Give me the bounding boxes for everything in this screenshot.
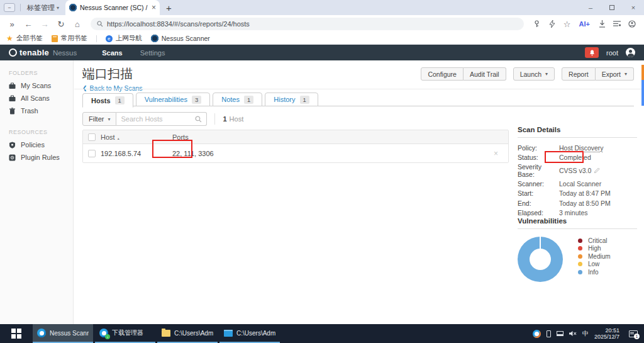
filter-button[interactable]: Filter ▾ [82, 112, 116, 126]
sidebar-section-resources: RESOURCES [0, 126, 73, 138]
lightning-icon[interactable] [545, 20, 559, 28]
nav-scans[interactable]: Scans [102, 49, 122, 57]
host-count-number: 1 [223, 115, 226, 123]
table-header: Host▴ Ports [83, 130, 508, 144]
profile-icon[interactable] [625, 20, 639, 28]
network-icon[interactable] [557, 331, 564, 336]
ai-button[interactable]: AI+ [575, 20, 594, 28]
report-button[interactable]: Report [562, 67, 596, 81]
detail-row-scanner: Scanner: Local Scanner [518, 179, 637, 189]
browser-tab-strip: − 标签管理 ▾ Nessus Scanner (SC) / Folde × +… [0, 0, 644, 15]
close-button[interactable]: × [623, 0, 644, 15]
back-icon[interactable]: ← [21, 20, 35, 29]
column-ports[interactable]: Ports [164, 133, 508, 141]
notification-center-icon[interactable]: 1 [629, 330, 638, 337]
back-link-label: Back to My Scans [90, 84, 143, 92]
home-icon[interactable]: ⌂ [70, 20, 84, 29]
policy-link[interactable]: Host Discovery [559, 144, 604, 152]
reading-list-icon[interactable] [610, 21, 624, 27]
clock-date: 2025/12/7 [594, 334, 619, 340]
sidebar-item-trash[interactable]: Trash [0, 104, 73, 117]
tab-hosts[interactable]: Hosts 1 [82, 93, 133, 108]
tab-close-icon[interactable]: × [152, 3, 156, 12]
star-icon: ★ [6, 34, 13, 43]
column-label: Host [101, 133, 115, 141]
launch-button[interactable]: Launch▾ [513, 67, 555, 81]
taskbar-button-label: C:\Users\Adminis... [174, 330, 213, 337]
folder-icon [162, 330, 170, 337]
taskbar-button-explorer-2[interactable]: C:\Users\Adminis... [219, 324, 280, 343]
forward-icon[interactable]: → [38, 20, 52, 29]
new-tab-button[interactable]: + [160, 3, 178, 13]
detail-row-elapsed: Elapsed: 3 minutes [518, 208, 637, 217]
taskbar-button-nessus[interactable]: Nessus Scanner (... [33, 324, 93, 343]
toolbar-overflow-icon[interactable]: » [5, 20, 19, 29]
tab-history[interactable]: History 1 [265, 93, 318, 106]
tab-label: History [274, 96, 295, 103]
legend-info: Info [578, 268, 611, 276]
bookmark-nessus[interactable]: Nessus Scanner [151, 35, 210, 42]
legend-dot [578, 262, 582, 266]
folder-icon [9, 82, 16, 89]
tab-count-badge: 3 [192, 96, 201, 104]
password-key-icon[interactable] [530, 20, 544, 28]
select-all-checkbox[interactable] [88, 133, 96, 141]
ports-cell: 22, 111, 3306 [164, 150, 494, 157]
nessus-header: tenable Nessus Scans Settings root [0, 45, 644, 60]
sidebar-item-my-scans[interactable]: My Scans [0, 79, 73, 92]
edit-pencil-icon[interactable] [594, 167, 600, 173]
reload-icon[interactable]: ↻ [54, 20, 68, 29]
ime-indicator[interactable]: 中 [582, 329, 589, 338]
divider [20, 4, 21, 11]
tab-count-badge: 1 [300, 96, 309, 104]
table-row[interactable]: 192.168.5.74 22, 111, 3306 × [83, 144, 508, 162]
legend-dot [578, 246, 582, 250]
back-to-my-scans-link[interactable]: ❮ Back to My Scans [74, 82, 644, 92]
search-icon [97, 21, 103, 27]
row-checkbox[interactable] [88, 150, 96, 157]
donut-chart[interactable] [518, 237, 563, 282]
row-remove-icon[interactable]: × [494, 149, 508, 158]
tab-vulnerabilities[interactable]: Vulnerabilities 3 [136, 93, 210, 106]
nav-settings[interactable]: Settings [140, 49, 165, 57]
maximize-button[interactable] [601, 0, 623, 15]
legend-label: Medium [588, 253, 611, 260]
sidebar-item-policies[interactable]: Policies [0, 138, 73, 151]
taskbar-button-explorer-1[interactable]: C:\Users\Adminis... [157, 324, 218, 343]
tab-notes[interactable]: Notes 1 [213, 93, 262, 106]
minimize-button[interactable]: – [580, 0, 601, 15]
volume-muted-icon[interactable] [569, 330, 577, 337]
user-avatar-icon[interactable] [626, 48, 635, 57]
tenable-logo[interactable]: tenable Nessus [9, 48, 77, 57]
bookmark-all[interactable]: ★ 全部书签 [6, 34, 43, 43]
row-checkbox-cell [83, 150, 101, 157]
bookmark-common[interactable]: 常用书签 [52, 34, 87, 43]
tray-browser-icon[interactable] [533, 330, 541, 338]
configure-button[interactable]: Configure [421, 67, 464, 81]
address-bar[interactable]: https://localhost:8834/#/scans/reports/2… [91, 18, 524, 30]
bookmark-star-icon[interactable]: ☆ [560, 20, 574, 29]
taskbar-button-download-manager[interactable]: 下载管理器 [95, 324, 155, 343]
export-button[interactable]: Export▾ [596, 67, 634, 81]
bookmark-nav[interactable]: e 上网导航 [106, 34, 142, 43]
current-user[interactable]: root [606, 49, 618, 57]
start-button[interactable] [0, 324, 33, 343]
donut-notch [540, 237, 541, 249]
tab-manager-button[interactable]: 标签管理 ▾ [23, 3, 63, 13]
taskbar-clock[interactable]: 20:51 2025/12/7 [594, 327, 619, 340]
sidebar-item-plugin-rules[interactable]: Plugin Rules [0, 151, 73, 164]
search-hosts-input[interactable] [121, 115, 195, 123]
phone-icon[interactable] [547, 330, 551, 337]
severity-base-value: CVSS v3.0 [559, 167, 591, 174]
taskbar-button-label: Nessus Scanner (... [50, 330, 89, 337]
audit-trail-button[interactable]: Audit Trail [464, 67, 506, 81]
end-value: Today at 8:50 PM [559, 200, 611, 207]
sidebar-item-all-scans[interactable]: All Scans [0, 92, 73, 104]
tab-collapse-icon[interactable]: − [4, 3, 15, 12]
notifications-bell-button[interactable] [585, 47, 599, 58]
browser-tab-active[interactable]: Nessus Scanner (SC) / Folde × [65, 0, 160, 15]
download-icon[interactable] [595, 20, 609, 28]
vulnerabilities-title: Vulnerabilities [518, 217, 637, 229]
tab-count-badge: 1 [244, 96, 253, 104]
tab-label: Notes [221, 96, 240, 103]
